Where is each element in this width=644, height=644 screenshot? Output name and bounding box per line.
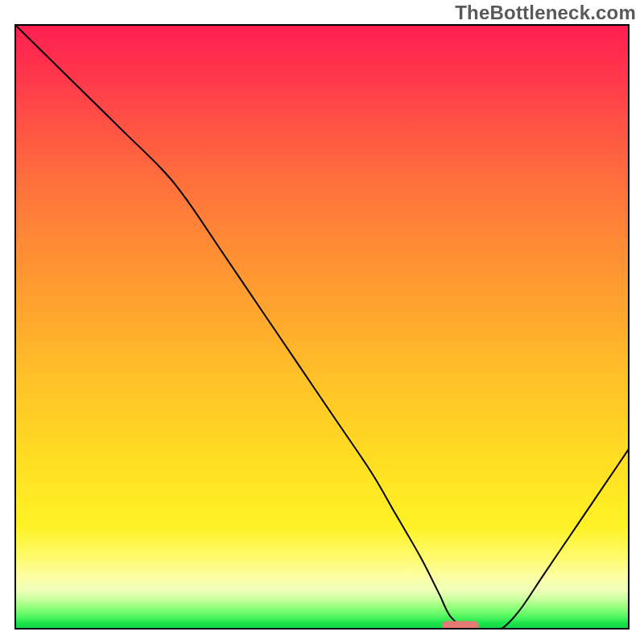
chart-stage: TheBottleneck.com bbox=[0, 0, 644, 644]
curve-layer bbox=[14, 24, 630, 630]
watermark-text: TheBottleneck.com bbox=[455, 2, 636, 24]
optimum-marker bbox=[442, 621, 479, 630]
plot-area bbox=[14, 24, 630, 630]
bottleneck-curve bbox=[14, 24, 630, 630]
